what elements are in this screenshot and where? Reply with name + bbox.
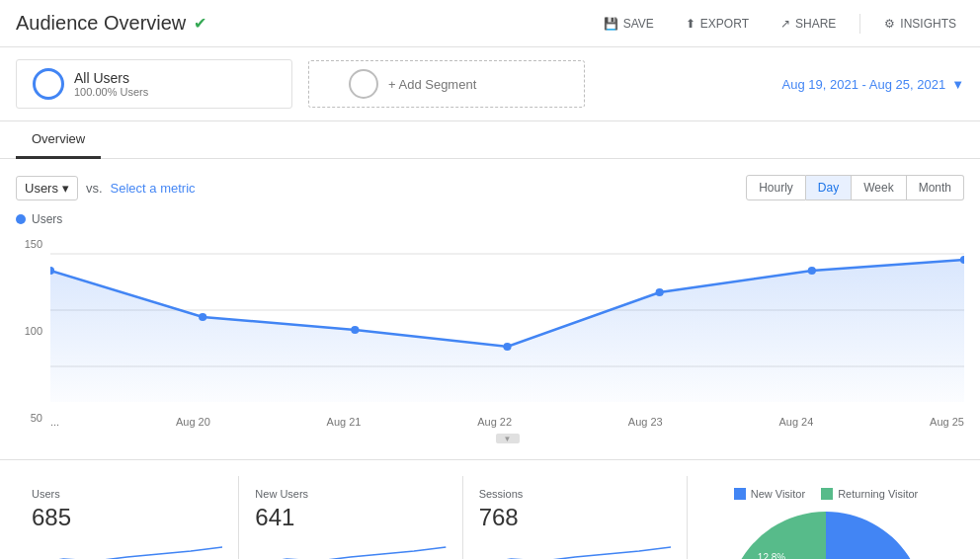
legend-label-returning-visitor: Returning Visitor (838, 488, 918, 500)
page-title: Audience Overview (16, 12, 186, 35)
share-icon: ↗ (780, 17, 790, 31)
legend-color-new-visitor (734, 488, 746, 500)
legend-item-new-visitor: New Visitor (734, 488, 805, 500)
segment-info: All Users 100.00% Users (74, 70, 148, 98)
period-day[interactable]: Day (806, 175, 852, 200)
stats-section: Users 685 New Users 641 Sessions 768 Num… (0, 460, 980, 559)
x-axis: ... Aug 20 Aug 21 Aug 22 Aug 23 Aug 24 A… (50, 412, 964, 432)
legend-color-returning-visitor (821, 488, 833, 500)
y-label-100: 100 (16, 325, 42, 337)
share-button[interactable]: ↗ SHARE (773, 13, 844, 35)
period-buttons: Hourly Day Week Month (746, 175, 964, 200)
metric-dropdown[interactable]: Users ▾ (16, 176, 78, 200)
insights-button[interactable]: ⚙ INSIGHTS (876, 13, 964, 35)
stat-value-new-users: 641 (255, 504, 446, 531)
segment-name: All Users (74, 70, 148, 86)
x-label-ellipsis: ... (50, 416, 59, 428)
add-segment-button[interactable]: + Add Segment (308, 60, 585, 108)
chart-point (503, 343, 511, 351)
export-button[interactable]: ⬆ EXPORT (678, 13, 757, 35)
vs-label: vs. (86, 181, 103, 196)
pie-svg: 87.2% 12.8% (727, 512, 925, 559)
add-segment-circle (349, 69, 378, 99)
mini-chart-users (32, 539, 222, 559)
mini-chart-new-users (255, 539, 446, 559)
tab-bar: Overview (0, 121, 980, 159)
pie-section: New Visitor Returning Visitor (688, 476, 964, 559)
metric-selector: Users ▾ vs. Select a metric (16, 176, 196, 200)
export-icon: ⬆ (686, 17, 695, 31)
header: Audience Overview ✔ 💾 SAVE ⬆ EXPORT ↗ SH… (0, 0, 980, 47)
pie-label-returning: 12.8% (758, 552, 785, 559)
add-segment-label: + Add Segment (388, 77, 476, 92)
chart-controls: Users ▾ vs. Select a metric Hourly Day W… (16, 175, 964, 200)
save-button[interactable]: 💾 SAVE (596, 13, 662, 35)
x-label-aug23: Aug 23 (628, 416, 663, 428)
chart-svg (50, 234, 964, 412)
pie-legend: New Visitor Returning Visitor (734, 488, 919, 500)
segment-circle (33, 68, 64, 100)
x-label-aug20: Aug 20 (176, 416, 210, 428)
chart-body: ... Aug 20 Aug 21 Aug 22 Aug 23 Aug 24 A… (50, 234, 964, 443)
chart-legend: Users (16, 212, 964, 226)
pie-chart: 87.2% 12.8% (727, 512, 925, 559)
legend-item-returning-visitor: Returning Visitor (821, 488, 918, 500)
segment-percentage: 100.00% Users (74, 86, 148, 98)
period-month[interactable]: Month (907, 175, 964, 200)
period-hourly[interactable]: Hourly (746, 175, 806, 200)
stat-card-sessions: Sessions 768 (463, 476, 687, 559)
segment-bar: All Users 100.00% Users + Add Segment Au… (0, 47, 980, 121)
chart-area-fill (50, 260, 964, 402)
x-label-aug22: Aug 22 (477, 416, 512, 428)
verified-icon: ✔ (194, 14, 206, 33)
header-left: Audience Overview ✔ (16, 12, 206, 35)
metric-label: Users (25, 181, 58, 196)
insights-icon: ⚙ (884, 17, 895, 31)
stat-card-new-users: New Users 641 (239, 476, 462, 559)
metric-chevron: ▾ (62, 181, 69, 196)
save-icon: 💾 (604, 17, 618, 31)
x-label-aug21: Aug 21 (327, 416, 362, 428)
date-range-chevron: ▼ (951, 77, 964, 92)
x-label-aug25: Aug 25 (930, 416, 964, 428)
header-actions: 💾 SAVE ⬆ EXPORT ↗ SHARE ⚙ INSIGHTS (596, 13, 964, 35)
chart-point (351, 326, 359, 334)
legend-label: Users (32, 212, 62, 226)
scroll-indicator: ▼ (50, 434, 964, 443)
stat-label-sessions: Sessions (479, 488, 671, 500)
stats-grid: Users 685 New Users 641 Sessions 768 Num… (16, 476, 688, 559)
date-range-label: Aug 19, 2021 - Aug 25, 2021 (782, 77, 946, 92)
chart-point (199, 313, 206, 321)
chart-point (656, 288, 664, 296)
y-axis: 150 100 50 (16, 234, 50, 443)
chart-area: 150 100 50 (16, 234, 964, 443)
stat-value-sessions: 768 (479, 504, 671, 531)
stat-value-users: 685 (32, 504, 222, 531)
y-label-150: 150 (16, 238, 42, 250)
y-label-50: 50 (16, 412, 42, 424)
stat-card-users: Users 685 (16, 476, 239, 559)
tab-overview[interactable]: Overview (16, 121, 101, 159)
x-label-aug24: Aug 24 (778, 416, 813, 428)
period-week[interactable]: Week (852, 175, 906, 200)
action-divider (859, 14, 860, 34)
stat-label-users: Users (32, 488, 222, 500)
chart-container (50, 234, 964, 412)
mini-chart-sessions (479, 539, 671, 559)
stat-label-new-users: New Users (255, 488, 446, 500)
segment-box[interactable]: All Users 100.00% Users (16, 59, 292, 109)
legend-dot (16, 214, 26, 224)
legend-label-new-visitor: New Visitor (751, 488, 805, 500)
chart-point (808, 267, 816, 275)
select-metric-link[interactable]: Select a metric (111, 181, 196, 196)
chart-section: Users ▾ vs. Select a metric Hourly Day W… (0, 159, 980, 460)
date-range-selector[interactable]: Aug 19, 2021 - Aug 25, 2021 ▼ (782, 77, 964, 92)
